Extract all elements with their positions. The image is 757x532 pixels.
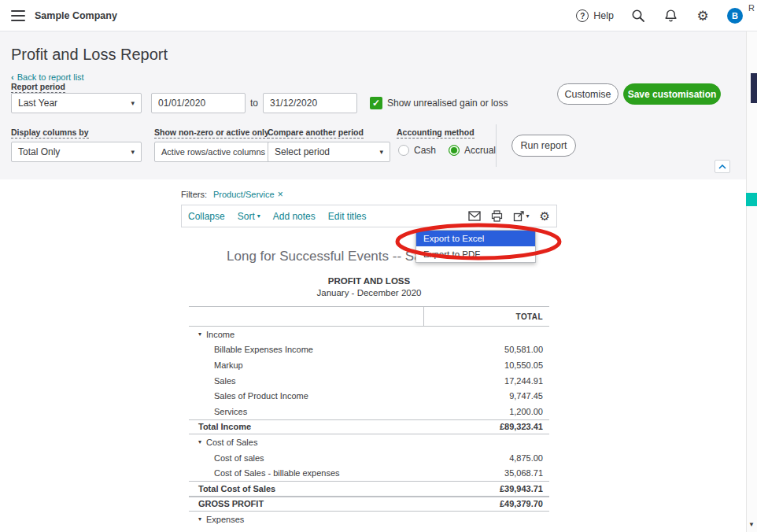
table-row[interactable]: Total Cost of Sales £39,943.71 [189, 481, 549, 497]
table-row[interactable]: ▾ Income [189, 327, 549, 342]
report-rows: ▾ Income Billable Expenses Income 50,581… [189, 327, 549, 527]
search-icon[interactable] [630, 8, 646, 24]
table-row[interactable]: Sales of Product Income 9,747.45 [189, 388, 549, 404]
topbar-actions: ? Help ⚙ B [576, 0, 743, 31]
notifications-bell-icon[interactable] [663, 8, 678, 24]
gear-glyph: ⚙ [696, 9, 708, 23]
cash-label: Cash [414, 145, 436, 156]
scrollbar-down-arrow[interactable]: ▼ [747, 519, 756, 530]
table-row[interactable]: ▾ Cost of Sales [189, 434, 549, 450]
table-row[interactable]: Cost of sales 4,875.00 [189, 450, 549, 466]
back-chevron-icon: ‹ [11, 72, 14, 82]
menu-item-export-excel[interactable]: Export to Excel [416, 231, 535, 246]
table-row[interactable]: Markup 10,550.05 [189, 357, 549, 373]
display-columns-label: Display columns by [11, 127, 89, 139]
accrual-label: Accrual [464, 145, 496, 156]
section-triangle-icon[interactable]: ▾ [198, 331, 201, 338]
table-row[interactable]: Sales 17,244.91 [189, 373, 549, 389]
section-triangle-icon[interactable]: ▾ [198, 515, 201, 523]
print-icon[interactable] [491, 210, 503, 222]
row-label-wrap: Services [198, 407, 425, 416]
sort-link[interactable]: Sort ▾ [238, 211, 260, 222]
report-toolbar-links: Collapse Sort ▾ Add notes Edit titles [188, 211, 366, 222]
menu-item-export-pdf[interactable]: Export to PDF [416, 246, 535, 262]
collapse-label: Collapse [188, 211, 225, 222]
filter-chip-product-service[interactable]: Product/Service × [213, 189, 283, 200]
report-name: PROFIT AND LOSS [181, 276, 557, 286]
gear-glyph: ⚙ [540, 210, 550, 222]
table-row[interactable]: Total Income £89,323.41 [189, 419, 549, 435]
email-icon[interactable] [468, 211, 481, 221]
export-icon[interactable]: ▾ [513, 210, 530, 222]
accrual-radio [449, 145, 460, 156]
row-label: Cost of Sales - billable expenses [214, 468, 340, 478]
row-label: Sales of Product Income [214, 391, 308, 401]
accrual-radio-option[interactable]: Accrual [449, 145, 496, 156]
row-amount: 9,747.45 [425, 391, 543, 401]
report-toolbar: Collapse Sort ▾ Add notes Edit titles ▾ [181, 205, 557, 227]
row-label: Services [214, 407, 247, 416]
edit-titles-label: Edit titles [328, 211, 367, 222]
report-table: TOTAL ▾ Income Billable Expenses Income … [189, 306, 549, 527]
filter-chip-label: Product/Service [213, 190, 275, 199]
user-avatar[interactable]: B [727, 8, 743, 24]
row-amount: £89,323.41 [425, 422, 543, 431]
row-amount: 10,550.05 [425, 360, 543, 370]
chevron-down-icon: ▾ [131, 99, 135, 107]
row-label-wrap: Cost of sales [198, 453, 425, 463]
section-triangle-icon[interactable]: ▾ [198, 438, 201, 445]
chevron-down-icon: ▾ [379, 148, 383, 156]
edge-fragment-teal [746, 193, 757, 206]
row-label-wrap: ▾ Cost of Sales [198, 438, 425, 447]
date-to-label: to [250, 98, 258, 109]
settings-gear-icon[interactable]: ⚙ [695, 8, 711, 24]
report-settings-gear-icon[interactable]: ⚙ [540, 210, 550, 222]
cash-radio [398, 145, 409, 156]
row-label-wrap: Cost of Sales - billable expenses [198, 468, 425, 478]
company-name: Sample Company [35, 0, 117, 31]
row-amount: 17,244.91 [425, 376, 543, 386]
help-button[interactable]: ? Help [576, 9, 614, 22]
nonzero-value: Active rows/active columns [161, 147, 265, 157]
display-columns-value: Total Only [18, 146, 60, 157]
accounting-method-label: Accounting method [397, 127, 475, 139]
edit-titles-link[interactable]: Edit titles [328, 211, 367, 222]
nonzero-label: Show non-zero or active only [154, 127, 269, 139]
display-columns-select[interactable]: Total Only ▾ [11, 142, 142, 162]
unrealised-gain-checkbox[interactable]: ✓ [370, 97, 382, 109]
hamburger-menu-icon[interactable] [11, 10, 25, 21]
row-label-wrap: Total Cost of Sales [198, 484, 425, 493]
help-label: Help [593, 10, 614, 21]
date-to-input[interactable] [263, 93, 357, 113]
collapse-panel-button[interactable] [715, 160, 730, 173]
table-row[interactable]: ▾ Expenses [189, 512, 549, 527]
compare-period-value: Select period [275, 146, 330, 157]
row-label: GROSS PROFIT [198, 499, 264, 508]
collapse-link[interactable]: Collapse [188, 211, 225, 222]
cash-radio-option[interactable]: Cash [398, 145, 436, 156]
save-customisation-button[interactable]: Save customisation [623, 83, 721, 105]
row-label-wrap: ▾ Expenses [198, 515, 425, 524]
row-amount: 35,068.71 [425, 468, 543, 478]
accounting-method-radios: Cash Accrual [398, 145, 496, 156]
app-window: Sample Company ? Help ⚙ B Profit and Los… [0, 0, 757, 532]
add-notes-link[interactable]: Add notes [273, 211, 316, 222]
check-icon: ✓ [372, 98, 380, 109]
row-label: Cost of sales [214, 453, 264, 463]
close-icon[interactable]: × [278, 189, 283, 200]
date-from-input[interactable] [151, 93, 246, 113]
table-row[interactable]: Services 1,200.00 [189, 404, 549, 419]
back-to-report-list-link[interactable]: ‹ Back to report list [11, 72, 84, 82]
row-label: Sales [214, 376, 236, 386]
table-row[interactable]: GROSS PROFIT £49,379.70 [189, 497, 549, 512]
table-row[interactable]: Billable Expenses Income 50,581.00 [189, 342, 549, 358]
row-label: Billable Expenses Income [214, 345, 313, 354]
compare-period-select[interactable]: Select period ▾ [268, 142, 390, 162]
unrealised-gain-label: Show unrealised gain or loss [387, 98, 508, 109]
run-report-button[interactable]: Run report [511, 135, 576, 157]
row-label-wrap: Total Income [198, 422, 425, 431]
customise-button[interactable]: Customise [557, 83, 619, 105]
report-period-select[interactable]: Last Year ▾ [11, 93, 142, 113]
total-column-header: TOTAL [423, 307, 549, 326]
table-row[interactable]: Cost of Sales - billable expenses 35,068… [189, 465, 549, 481]
